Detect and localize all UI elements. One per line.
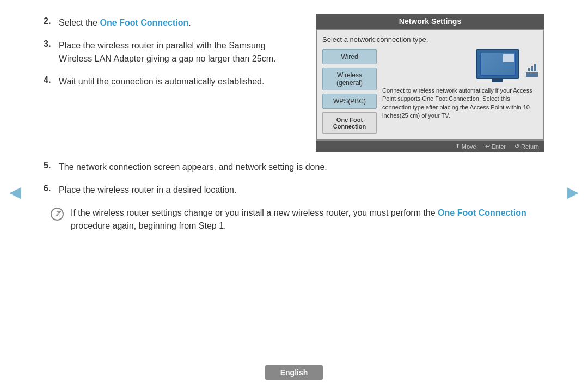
step-2: 2. Select the One Foot Connection.: [44, 16, 294, 29]
router-body: [526, 72, 538, 77]
tv-stand: [492, 79, 503, 82]
panel-footer: ⬆ Move ↩ Enter ↺ Return: [316, 141, 544, 152]
step-5: 5. The network connection screen appears…: [44, 161, 544, 174]
tv-icon: [476, 49, 519, 79]
tv-screen-logo: [503, 54, 514, 62]
enter-label: Enter: [492, 143, 506, 150]
steps-upper-section: 2. Select the One Foot Connection. 3. Pl…: [44, 16, 294, 152]
return-label: Return: [521, 143, 539, 150]
panel-right-area: Connect to wireless network automaticall…: [382, 49, 538, 134]
step-5-content: The network connection screen appears, a…: [59, 161, 327, 174]
step-4: 4. Wait until the connection is automati…: [44, 75, 294, 88]
note-block: ℤ If the wireless router settings change…: [44, 206, 544, 233]
footer-move: ⬆ Move: [455, 143, 476, 150]
step-3-number: 3.: [44, 39, 59, 49]
step-3-content: Place the wireless router in parallel wi…: [59, 39, 294, 65]
bottom-language-bar: English: [0, 361, 588, 384]
tv-illustration: [382, 49, 538, 82]
one-foot-connection-link-1[interactable]: One Foot Connection: [100, 18, 189, 27]
router-signal-bars: [528, 60, 536, 71]
btn-wireless-general[interactable]: Wireless(general): [322, 68, 377, 90]
one-foot-connection-link-2[interactable]: One Foot Connection: [438, 208, 526, 217]
step-6-content: Place the wireless router in a desired l…: [59, 184, 236, 197]
panel-description: Connect to wireless network automaticall…: [382, 87, 538, 120]
step-2-number: 2.: [44, 16, 59, 26]
step-5-number: 5.: [44, 161, 59, 170]
btn-wired[interactable]: Wired: [322, 49, 377, 64]
panel-subtitle: Select a network connection type.: [322, 35, 538, 44]
panel-title: Network Settings: [316, 14, 544, 29]
return-arrow-icon: ↺: [514, 143, 519, 150]
footer-return: ↺ Return: [514, 143, 539, 150]
btn-one-foot-connection[interactable]: One FootConnection: [322, 112, 377, 134]
step-3: 3. Place the wireless router in parallel…: [44, 39, 294, 65]
move-label: Move: [462, 143, 476, 150]
signal-bar-1: [528, 68, 530, 71]
signal-bar-2: [531, 66, 533, 71]
router-icon-area: [526, 60, 538, 77]
move-arrow-icon: ⬆: [455, 143, 460, 150]
panel-buttons: Wired Wireless(general) WPS(PBC) One Foo…: [322, 49, 377, 134]
step-6-number: 6.: [44, 184, 59, 193]
step-6: 6. Place the wireless router in a desire…: [44, 184, 544, 197]
network-settings-panel: Network Settings Select a network connec…: [316, 14, 544, 152]
note-content: If the wireless router settings change o…: [71, 206, 544, 233]
signal-bar-3: [534, 64, 536, 71]
enter-arrow-icon: ↩: [485, 143, 490, 150]
tv-screen: [480, 53, 516, 76]
language-button[interactable]: English: [265, 365, 323, 380]
note-icon-area: ℤ: [44, 206, 71, 221]
note-icon: ℤ: [51, 208, 64, 221]
step-4-number: 4.: [44, 75, 59, 85]
btn-wps-pbc[interactable]: WPS(PBC): [322, 94, 377, 109]
steps-lower-section: 5. The network connection screen appears…: [44, 161, 544, 233]
panel-body: Select a network connection type. Wired …: [316, 29, 544, 141]
panel-inner: Wired Wireless(general) WPS(PBC) One Foo…: [322, 49, 538, 134]
step-2-content: Select the One Foot Connection.: [59, 16, 191, 29]
step-4-content: Wait until the connection is automatical…: [59, 75, 264, 88]
footer-enter: ↩ Enter: [485, 143, 506, 150]
